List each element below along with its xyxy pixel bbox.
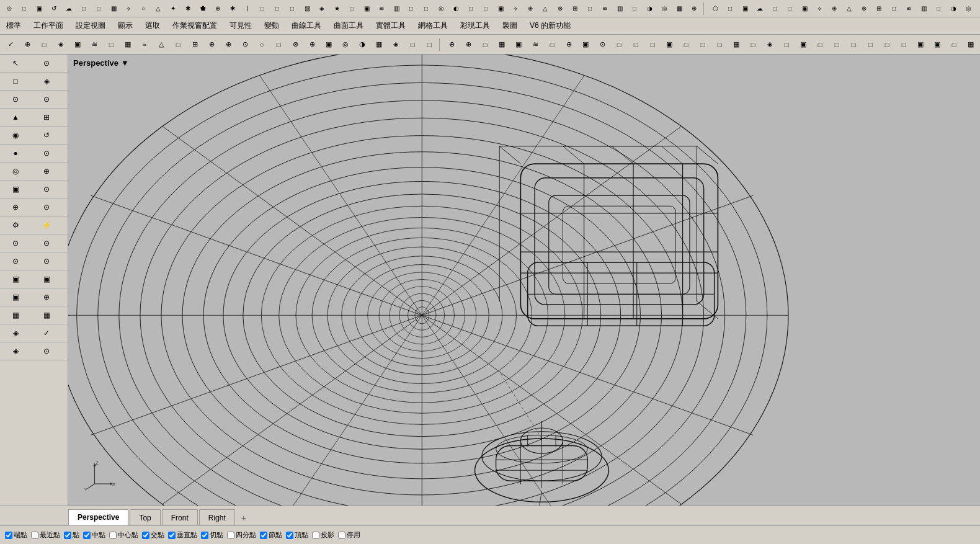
toolbar2-icon-28[interactable]: ⊕: [460, 37, 476, 53]
toolbar-icon[interactable]: ◎: [961, 2, 975, 16]
sidebar-btn-14-0[interactable]: ▦: [0, 306, 31, 324]
toolbar-icon[interactable]: ↺: [47, 2, 61, 16]
toolbar2-icon-42[interactable]: □: [695, 37, 711, 53]
toolbar-icon[interactable]: ⊕: [211, 2, 225, 16]
toolbar2-icon-41[interactable]: □: [678, 37, 694, 53]
sidebar-btn-13-1[interactable]: ⊕: [31, 288, 62, 306]
toolbar2-icon-4[interactable]: ▣: [69, 37, 86, 53]
toolbar-icon[interactable]: ⊕: [687, 2, 701, 16]
toolbar2-icon-22[interactable]: ▦: [371, 37, 387, 53]
toolbar2-icon-1[interactable]: ⊕: [19, 37, 35, 53]
toolbar-icon[interactable]: ⊕: [827, 2, 841, 16]
status-checkbox-12[interactable]: [338, 532, 345, 539]
sidebar-btn-12-1[interactable]: ▣: [31, 270, 62, 288]
menu-item-10[interactable]: 實體工具: [370, 17, 412, 34]
toolbar-icon[interactable]: ⟡: [813, 2, 826, 16]
sidebar-btn-4-0[interactable]: ◉: [0, 127, 31, 144]
toolbar-icon[interactable]: □: [583, 2, 597, 16]
toolbar-icon[interactable]: ▣: [360, 2, 373, 16]
toolbar2-icon-27[interactable]: ⊕: [443, 37, 460, 53]
toolbar2-icon-8[interactable]: ≈: [136, 37, 153, 53]
status-checkbox-10[interactable]: [286, 532, 293, 539]
toolbar2-icon-39[interactable]: □: [644, 37, 661, 53]
toolbar2-icon-23[interactable]: ◈: [388, 37, 404, 53]
viewport-dropdown-arrow[interactable]: ▼: [121, 58, 129, 68]
sidebar-btn-6-0[interactable]: ◎: [0, 163, 31, 180]
sidebar-btn-10-1[interactable]: ⊙: [31, 234, 62, 252]
menu-item-14[interactable]: V6 的新功能: [523, 17, 577, 34]
toolbar2-icon-46[interactable]: ◈: [762, 37, 778, 53]
toolbar2-icon-10[interactable]: □: [170, 37, 186, 53]
sidebar-btn-3-0[interactable]: ▲: [0, 109, 31, 126]
toolbar-icon[interactable]: ⊞: [568, 2, 582, 16]
toolbar2-icon-0[interactable]: ✓: [2, 37, 19, 53]
toolbar-icon[interactable]: ▣: [494, 2, 507, 16]
toolbar2-icon-7[interactable]: ▦: [120, 37, 136, 53]
toolbar-icon[interactable]: △: [842, 2, 856, 16]
status-checkbox-11[interactable]: [312, 532, 319, 539]
toolbar2-icon-43[interactable]: □: [711, 37, 728, 53]
sidebar-btn-3-1[interactable]: ⊞: [31, 109, 62, 126]
toolbar-icon[interactable]: ≋: [598, 2, 612, 16]
sidebar-btn-14-1[interactable]: ▦: [31, 306, 62, 324]
toolbar2-icon-17[interactable]: ⊗: [287, 37, 303, 53]
sidebar-btn-7-1[interactable]: ⊙: [31, 181, 62, 198]
toolbar2-icon-20[interactable]: ◎: [337, 37, 354, 53]
toolbar-icon[interactable]: ✱: [181, 2, 195, 16]
toolbar-icon[interactable]: △: [538, 2, 552, 16]
sidebar-btn-9-0[interactable]: ⚙: [0, 216, 31, 234]
toolbar-icon[interactable]: □: [285, 2, 299, 16]
toolbar2-icon-54[interactable]: □: [896, 37, 912, 53]
toolbar-icon[interactable]: ⟡: [509, 2, 522, 16]
toolbar-icon[interactable]: ▥: [917, 2, 930, 16]
toolbar-icon[interactable]: △: [151, 2, 165, 16]
toolbar-icon[interactable]: ◎: [434, 2, 448, 16]
status-checkbox-9[interactable]: [260, 532, 267, 539]
toolbar2-icon-19[interactable]: ▣: [321, 37, 337, 53]
toolbar-icon[interactable]: ⊞: [872, 2, 886, 16]
toolbar-icon[interactable]: □: [270, 2, 284, 16]
toolbar2-icon-35[interactable]: ▣: [577, 37, 594, 53]
toolbar-icon[interactable]: □: [419, 2, 433, 16]
toolbar2-icon-3[interactable]: ◈: [53, 37, 69, 53]
toolbar2-icon-9[interactable]: △: [153, 37, 169, 53]
toolbar2-icon-52[interactable]: □: [862, 37, 878, 53]
toolbar2-icon-25[interactable]: □: [421, 37, 437, 53]
toolbar-icon[interactable]: ★: [330, 2, 344, 16]
toolbar2-icon-14[interactable]: ⊙: [237, 37, 253, 53]
toolbar2-icon-16[interactable]: □: [270, 37, 287, 53]
toolbar-icon[interactable]: ⟨: [241, 2, 254, 16]
sidebar-btn-9-1[interactable]: ⚡: [31, 216, 62, 234]
menu-item-9[interactable]: 曲面工具: [327, 17, 370, 34]
toolbar-icon[interactable]: ▣: [32, 2, 46, 16]
sidebar-btn-15-1[interactable]: ✓: [31, 324, 62, 342]
viewport-tab-top[interactable]: Top: [130, 509, 160, 525]
toolbar-icon[interactable]: ◈: [315, 2, 329, 16]
status-checkbox-1[interactable]: [31, 532, 38, 539]
sidebar-btn-8-0[interactable]: ⊕: [0, 198, 31, 216]
toolbar-icon[interactable]: □: [17, 2, 31, 16]
menu-item-8[interactable]: 曲線工具: [285, 17, 327, 34]
menu-item-2[interactable]: 設定視圖: [69, 17, 112, 34]
toolbar2-icon-44[interactable]: ▦: [728, 37, 744, 53]
toolbar2-icon-29[interactable]: □: [477, 37, 493, 53]
toolbar-icon[interactable]: □: [768, 2, 782, 16]
toolbar-icon[interactable]: ⬟: [196, 2, 210, 16]
toolbar-icon[interactable]: ⊙: [2, 2, 16, 16]
sidebar-btn-1-0[interactable]: □: [0, 73, 31, 90]
toolbar-icon[interactable]: ⊕: [523, 2, 537, 16]
toolbar-icon[interactable]: ◑: [643, 2, 656, 16]
toolbar-icon[interactable]: ☁: [753, 2, 767, 16]
sidebar-btn-5-0[interactable]: ●: [0, 145, 31, 162]
toolbar-icon[interactable]: □: [345, 2, 359, 16]
menu-item-4[interactable]: 選取: [139, 17, 166, 34]
toolbar2-icon-50[interactable]: □: [829, 37, 845, 53]
toolbar2-icon-15[interactable]: ○: [254, 37, 270, 53]
toolbar2-icon-58[interactable]: ▦: [963, 37, 979, 53]
toolbar-icon[interactable]: ▧: [300, 2, 314, 16]
viewport[interactable]: Perspective ▼: [68, 55, 980, 506]
menu-item-0[interactable]: 標準: [0, 17, 27, 34]
add-tab-button[interactable]: +: [236, 511, 251, 525]
toolbar-icon[interactable]: □: [464, 2, 478, 16]
sidebar-btn-11-1[interactable]: ⊙: [31, 252, 62, 270]
